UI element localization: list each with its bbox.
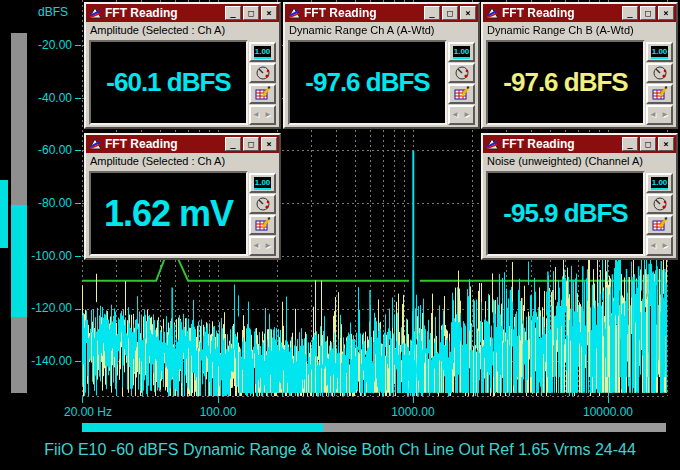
prev-next-arrows-icon: ◄ ► (451, 111, 472, 119)
window-title: FFT Reading (105, 135, 223, 153)
close-button[interactable]: × (261, 6, 277, 20)
data-editor-button[interactable] (646, 215, 673, 235)
scale-value: 1.00 (453, 46, 471, 59)
prev-next-arrows-button[interactable]: ◄ ► (249, 236, 276, 256)
y-tick-label: -100.00 (26, 249, 72, 263)
fft-analyzer-screen: { "app": { "caption": "FiiO E10 -60 dBFS… (0, 0, 680, 470)
meter-side-buttons: 1.00 ◄ ► (646, 42, 673, 125)
close-button[interactable]: × (460, 6, 476, 20)
table-edit-icon (652, 86, 668, 102)
meter-window-amplitude-mv: FFT Reading _ □ × Amplitude (Selected : … (84, 133, 281, 260)
scale-button[interactable]: 1.00 (646, 173, 673, 193)
gauge-icon (652, 65, 668, 81)
vertical-scroll-bar[interactable] (11, 33, 27, 393)
close-button[interactable]: × (658, 6, 674, 20)
horizontal-scroll-bar[interactable] (82, 423, 666, 432)
minimize-button[interactable]: _ (622, 137, 638, 151)
table-edit-icon (454, 86, 470, 102)
meter-window-amplitude-dbfs: FFT Reading _ □ × Amplitude (Selected : … (84, 2, 281, 129)
vertical-scroll-track-top[interactable] (11, 33, 27, 205)
scale-button[interactable]: 1.00 (646, 42, 673, 62)
table-edit-icon (652, 217, 668, 233)
titlebar[interactable]: FFT Reading _ □ × (86, 4, 279, 22)
prev-next-arrows-button[interactable]: ◄ ► (646, 105, 673, 125)
gauge-icon (652, 196, 668, 212)
maximize-button[interactable]: □ (640, 6, 656, 20)
maximize-button[interactable]: □ (243, 6, 259, 20)
data-editor-button[interactable] (249, 215, 276, 235)
titlebar[interactable]: FFT Reading _ □ × (86, 135, 279, 153)
analog-meter-button[interactable] (249, 63, 276, 83)
scale-button[interactable]: 1.00 (448, 42, 475, 62)
close-button[interactable]: × (261, 137, 277, 151)
x-tick-label: 20.00 Hz (64, 405, 112, 419)
meter-side-buttons: 1.00 ◄ ► (249, 173, 276, 256)
meter-display: -95.9 dBFS (486, 171, 645, 256)
window-title: FFT Reading (304, 4, 422, 22)
window-title: FFT Reading (105, 4, 223, 22)
data-editor-button[interactable] (646, 84, 673, 104)
meter-display: -60.1 dBFS (89, 40, 248, 125)
meter-reading-value: -95.9 dBFS (503, 198, 627, 229)
y-tick-label: -120.00 (26, 301, 72, 315)
y-axis-unit-label: dBFS (38, 5, 68, 19)
scale-button[interactable]: 1.00 (249, 173, 276, 193)
analog-meter-button[interactable] (249, 194, 276, 214)
gauge-icon (454, 65, 470, 81)
meter-function-label: Dynamic Range Ch A (A-Wtd) (285, 22, 478, 40)
y-tick-label: -40.00 (26, 91, 72, 105)
window-title: FFT Reading (502, 135, 620, 153)
minimize-button[interactable]: _ (424, 6, 440, 20)
maximize-button[interactable]: □ (442, 6, 458, 20)
graph-caption: FiiO E10 -60 dBFS Dynamic Range & Noise … (0, 441, 680, 459)
meter-window-noise: FFT Reading _ □ × Noise (unweighted) (Ch… (481, 133, 678, 260)
analog-meter-button[interactable] (646, 194, 673, 214)
data-editor-button[interactable] (249, 84, 276, 104)
meter-reading-value: 1.62 mV (104, 193, 233, 235)
left-edge-range-indicator[interactable] (0, 180, 8, 248)
y-tick-label: -80.00 (26, 196, 72, 210)
titlebar[interactable]: FFT Reading _ □ × (483, 135, 676, 153)
y-tick-label: -140.00 (26, 354, 72, 368)
meter-function-label: Noise (unweighted) (Channel A) (483, 153, 676, 171)
scale-button[interactable]: 1.00 (249, 42, 276, 62)
meter-function-label: Amplitude (Selected : Ch A) (86, 153, 279, 171)
app-triangle-logo-icon (485, 137, 500, 151)
minimize-button[interactable]: _ (225, 6, 241, 20)
analog-meter-button[interactable] (646, 63, 673, 83)
minimize-button[interactable]: _ (622, 6, 638, 20)
maximize-button[interactable]: □ (640, 137, 656, 151)
prev-next-arrows-button[interactable]: ◄ ► (249, 105, 276, 125)
y-tick-label: -20.00 (26, 38, 72, 52)
meter-display: -97.6 dBFS (288, 40, 447, 125)
titlebar[interactable]: FFT Reading _ □ × (285, 4, 478, 22)
scale-value: 1.00 (254, 177, 272, 190)
data-editor-button[interactable] (448, 84, 475, 104)
close-button[interactable]: × (658, 137, 674, 151)
meter-function-label: Amplitude (Selected : Ch A) (86, 22, 279, 40)
y-tick-label: -60.00 (26, 143, 72, 157)
meter-reading-value: -97.6 dBFS (503, 67, 627, 98)
table-edit-icon (255, 217, 271, 233)
window-title: FFT Reading (502, 4, 620, 22)
meter-side-buttons: 1.00 ◄ ► (249, 42, 276, 125)
prev-next-arrows-icon: ◄ ► (649, 242, 670, 250)
prev-next-arrows-icon: ◄ ► (649, 111, 670, 119)
titlebar[interactable]: FFT Reading _ □ × (483, 4, 676, 22)
prev-next-arrows-button[interactable]: ◄ ► (646, 236, 673, 256)
app-triangle-logo-icon (88, 137, 103, 151)
minimize-button[interactable]: _ (225, 137, 241, 151)
meter-window-dynamic-range-b: FFT Reading _ □ × Dynamic Range Ch B (A-… (481, 2, 678, 129)
scale-value: 1.00 (651, 46, 669, 59)
gauge-icon (255, 65, 271, 81)
x-tick-label: 100.00 (183, 405, 253, 419)
meter-reading-value: -97.6 dBFS (305, 67, 429, 98)
meter-function-label: Dynamic Range Ch B (A-Wtd) (483, 22, 676, 40)
vertical-scroll-track-bottom[interactable] (11, 317, 27, 393)
horizontal-scroll-thumb[interactable] (82, 423, 323, 432)
meter-display: -97.6 dBFS (486, 40, 645, 125)
vertical-scroll-thumb[interactable] (11, 205, 27, 317)
maximize-button[interactable]: □ (243, 137, 259, 151)
prev-next-arrows-button[interactable]: ◄ ► (448, 105, 475, 125)
analog-meter-button[interactable] (448, 63, 475, 83)
